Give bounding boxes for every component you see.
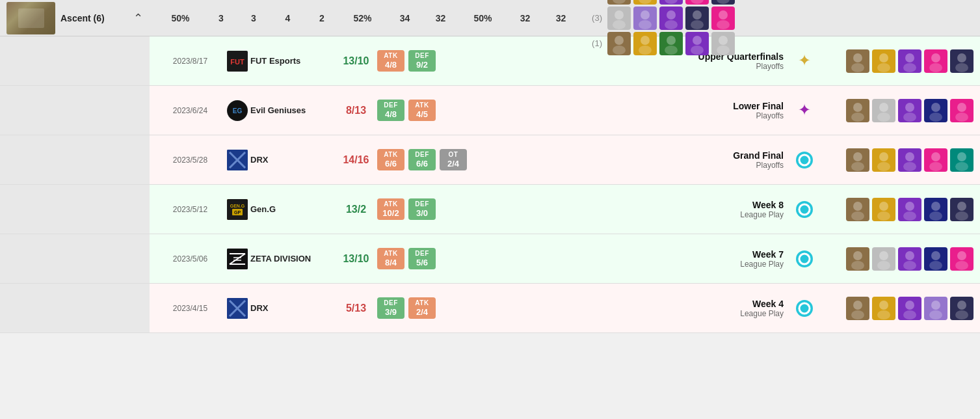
agent-avatar bbox=[898, 198, 921, 221]
svg-point-85 bbox=[957, 202, 966, 211]
svg-point-113 bbox=[877, 310, 890, 319]
match-team-logo-wrap bbox=[224, 150, 250, 170]
svg-point-47 bbox=[851, 113, 864, 122]
match-date: 2023/5/12 bbox=[156, 205, 224, 214]
agent-avatar bbox=[846, 99, 869, 122]
stat-val3: 4 bbox=[270, 13, 306, 23]
svg-point-21 bbox=[613, 46, 626, 55]
svg-point-118 bbox=[957, 301, 966, 310]
match-row[interactable]: 2023/5/28 DRX14/16ATK6/6DEF6/6OT2/4Grand… bbox=[0, 135, 980, 185]
svg-point-116 bbox=[931, 301, 940, 310]
svg-point-50 bbox=[905, 103, 914, 112]
match-agents-col bbox=[817, 99, 980, 122]
svg-point-23 bbox=[639, 46, 652, 55]
agent-avatar bbox=[898, 148, 921, 172]
match-date: 2023/8/17 bbox=[156, 57, 224, 66]
svg-point-35 bbox=[879, 53, 888, 62]
match-date: 2023/5/06 bbox=[156, 254, 224, 264]
match-event-icon-wrap: ✦ bbox=[791, 49, 817, 73]
agent-avatar bbox=[924, 198, 947, 221]
match-row[interactable]: 2023/4/15 DRX5/13DEF3/9ATK2/4Week 4 Leag… bbox=[0, 284, 980, 333]
match-team-logo-wrap bbox=[224, 298, 250, 319]
svg-point-24 bbox=[667, 36, 676, 45]
match-rounds: DEF3/9ATK2/4 bbox=[377, 297, 655, 319]
match-left-spacer bbox=[0, 135, 150, 184]
svg-point-52 bbox=[931, 103, 940, 112]
match-team-name: DRX bbox=[250, 155, 335, 165]
match-row[interactable]: 2023/8/17 FUT FUT Esports13/10ATK4/8DEF9… bbox=[0, 36, 980, 86]
svg-point-104 bbox=[955, 261, 968, 270]
svg-point-95 bbox=[853, 251, 862, 260]
event-name: Week 4 bbox=[655, 299, 784, 309]
map-name: Ascent (6) bbox=[60, 13, 105, 23]
header-agent-row: (3) bbox=[592, 7, 735, 30]
round-badge-def: DEF3/9 bbox=[377, 297, 404, 319]
agent-avatar bbox=[633, 7, 657, 30]
svg-point-70 bbox=[955, 162, 968, 171]
svg-point-119 bbox=[955, 310, 968, 319]
svg-point-103 bbox=[957, 251, 966, 260]
match-event: Lower Final Playoffs bbox=[655, 101, 791, 120]
match-event: Week 4 League Play bbox=[655, 299, 791, 318]
svg-point-15 bbox=[665, 20, 678, 29]
match-row[interactable]: 2023/5/06 ZETA DIVISION13/10ATK8/4DEF5/6… bbox=[0, 234, 980, 284]
svg-point-111 bbox=[851, 310, 864, 319]
svg-point-16 bbox=[693, 10, 702, 20]
match-row[interactable]: 2023/6/24 EG Evil Geniuses8/13DEF4/8ATK4… bbox=[0, 86, 980, 135]
match-left-spacer bbox=[0, 86, 150, 135]
svg-point-29 bbox=[717, 46, 730, 55]
team-logo bbox=[227, 298, 248, 319]
match-score: 8/13 bbox=[335, 105, 377, 116]
svg-point-22 bbox=[641, 36, 650, 45]
svg-point-17 bbox=[691, 20, 704, 29]
match-event-icon-wrap: ✦ bbox=[791, 99, 817, 122]
agent-avatar bbox=[924, 148, 947, 172]
stat-val7: 50% bbox=[458, 13, 507, 23]
svg-point-39 bbox=[931, 53, 940, 62]
collapse-button[interactable]: ⌃ bbox=[133, 11, 143, 25]
svg-point-77 bbox=[853, 202, 862, 211]
svg-point-78 bbox=[851, 211, 864, 221]
svg-point-46 bbox=[853, 103, 862, 112]
match-rounds: ATK6/6DEF6/6OT2/4 bbox=[377, 149, 655, 170]
match-row[interactable]: 2023/5/12 GEN.G GP Gen.G13/2ATK10/2DEF3/… bbox=[0, 185, 980, 234]
svg-point-28 bbox=[719, 36, 728, 45]
event-sub: League Play bbox=[655, 309, 784, 318]
header-row: Ascent (6) ⌃ 50% 3 3 4 2 52% 34 32 50% 3… bbox=[0, 0, 980, 36]
svg-point-67 bbox=[931, 152, 940, 161]
team-logo: EG bbox=[227, 100, 248, 121]
svg-point-61 bbox=[853, 152, 862, 161]
match-event-icon-wrap bbox=[791, 297, 817, 320]
stat-val9: 32 bbox=[543, 13, 579, 23]
svg-point-80 bbox=[877, 211, 890, 221]
svg-point-33 bbox=[853, 53, 862, 62]
svg-text:GEN.G: GEN.G bbox=[230, 204, 245, 208]
agent-avatar bbox=[846, 247, 869, 271]
stat-val1: 3 bbox=[205, 13, 237, 23]
match-agents-col bbox=[817, 247, 980, 271]
agent-avatar bbox=[607, 32, 631, 55]
round-badge-atk: ATK6/6 bbox=[377, 149, 404, 170]
event-sub: League Play bbox=[655, 260, 784, 269]
match-date: 2023/4/15 bbox=[156, 304, 224, 313]
svg-point-36 bbox=[877, 63, 890, 72]
svg-point-81 bbox=[905, 202, 914, 211]
svg-point-66 bbox=[903, 162, 916, 171]
svg-point-98 bbox=[877, 261, 890, 270]
match-team-name: DRX bbox=[250, 303, 335, 313]
svg-text:✦: ✦ bbox=[798, 51, 811, 69]
match-event: Week 8 League Play bbox=[655, 200, 791, 219]
svg-point-34 bbox=[851, 63, 864, 72]
agent-avatar bbox=[607, 0, 631, 5]
match-score: 13/10 bbox=[335, 253, 377, 265]
agent-avatar bbox=[898, 49, 921, 73]
svg-text:FUT: FUT bbox=[230, 58, 245, 66]
match-event: Grand Final Playoffs bbox=[655, 150, 791, 170]
svg-point-110 bbox=[853, 301, 862, 310]
agent-avatar bbox=[846, 198, 869, 221]
match-score: 5/13 bbox=[335, 303, 377, 314]
agent-avatar bbox=[633, 0, 657, 5]
match-team-logo-wrap: FUT bbox=[224, 51, 250, 72]
match-left-spacer bbox=[0, 234, 150, 283]
round-badge-def: DEF4/8 bbox=[377, 100, 404, 121]
